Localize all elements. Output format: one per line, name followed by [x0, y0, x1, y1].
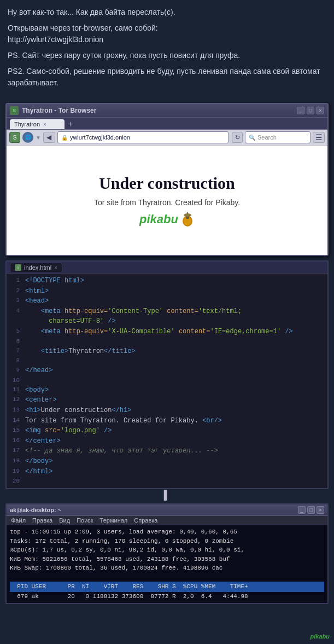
- terminal-window: ak@ak-desktop: ~ _ □ × Файл Правка Вид П…: [5, 503, 329, 604]
- code-line-16: 16</center>: [7, 436, 327, 446]
- terminal-line-top: top - 15:09:15 up 2:09, 3 users, load av…: [10, 527, 324, 537]
- code-line-8: 8: [7, 356, 327, 365]
- terminal-minimize[interactable]: _: [298, 506, 306, 514]
- top-line2-3: Открываем через tor-browser, само собой:…: [8, 22, 326, 45]
- code-line-11: 11<body>: [7, 385, 327, 396]
- globe-icon[interactable]: 🌐: [22, 132, 33, 143]
- lock-icon: 🔒: [61, 135, 68, 141]
- terminal-menu-file[interactable]: Файл: [11, 517, 26, 524]
- navbar-separator: ▼: [36, 135, 41, 141]
- security-button[interactable]: S: [9, 132, 20, 143]
- terminal-menubar: Файл Правка Вид Поиск Терминал Справка: [7, 516, 327, 525]
- tor-tab-thyratron[interactable]: Thyratron ×: [10, 119, 65, 129]
- tor-titlebar: S Thyratron - Tor Browser _ □ ×: [7, 104, 327, 118]
- tor-browser-window: S Thyratron - Tor Browser _ □ × Thyratro…: [5, 103, 329, 256]
- code-line-18: 18</body>: [7, 456, 327, 467]
- code-tab-index-html[interactable]: i index.html ×: [10, 263, 62, 272]
- code-line-20: 20: [7, 477, 327, 486]
- pikabu-corner-logo: pikabu: [310, 633, 330, 640]
- tor-app-icon: S: [10, 106, 19, 115]
- terminal-close[interactable]: ×: [317, 506, 324, 514]
- terminal-controls: _ □ ×: [298, 506, 324, 514]
- terminal-body: top - 15:09:15 up 2:09, 3 users, load av…: [7, 525, 327, 603]
- tor-tabbar: Thyratron × +: [7, 118, 327, 130]
- code-editor-tabbar: i index.html ×: [7, 262, 327, 274]
- site-title: Under construction: [99, 174, 235, 193]
- minimize-button[interactable]: _: [297, 107, 304, 114]
- top-line5: PS2. Само-собой, решение приводить не бу…: [8, 66, 326, 89]
- terminal-line-blank: [10, 573, 324, 582]
- maximize-button[interactable]: □: [307, 107, 314, 114]
- terminal-line-mem: КиБ Mem: 5821656 total, 5578468 used, 24…: [10, 555, 324, 564]
- code-line-12: 12<center>: [7, 395, 327, 405]
- terminal-menu-search[interactable]: Поиск: [77, 517, 93, 524]
- terminal-titlebar: ak@ak-desktop: ~ _ □ ×: [7, 504, 327, 516]
- cursor-indicator: ▌: [5, 490, 329, 500]
- code-tab-label: index.html: [24, 264, 51, 271]
- code-line-14: 14Tor site from Thyratron. Created for P…: [7, 416, 327, 426]
- tor-navbar: S 🌐 ▼ ◀ 🔒 ywlurt7ctwgjkl3d.onion ↻ 🔍 Sea…: [7, 130, 327, 146]
- url-bar[interactable]: 🔒 ywlurt7ctwgjkl3d.onion: [57, 131, 228, 143]
- code-line-7: 7 <title>Thyratron</title>: [7, 346, 327, 357]
- terminal-line-header: PID USER PR NI VIRT RES SHR S %CPU %MEM …: [10, 582, 324, 592]
- code-line-9: 9</head>: [7, 365, 327, 376]
- code-line-4: 4 <meta http-equiv='Content-Type' conten…: [7, 306, 327, 317]
- menu-button[interactable]: ☰: [313, 132, 325, 143]
- new-tab-button[interactable]: +: [68, 119, 73, 129]
- search-bar[interactable]: 🔍 Search: [245, 131, 310, 143]
- terminal-menu-view[interactable]: Вид: [59, 517, 70, 524]
- close-button[interactable]: ×: [317, 107, 324, 114]
- terminal-line-cpu: %Cpu(s): 1,7 us, 0,2 sy, 0,0 ni, 98,2 id…: [10, 546, 324, 555]
- terminal-menu-terminal[interactable]: Терминал: [100, 517, 128, 524]
- code-line-3: 3<head>: [7, 296, 327, 306]
- code-line-4b: charset=UTF-8' />: [7, 316, 327, 327]
- code-line-1: 1<!DOCTYPE html>: [7, 276, 327, 286]
- tor-browser-content: Under construction Tor site from Thyratr…: [7, 146, 327, 255]
- code-line-5: 5 <meta http-equiv='X-UA-Compatible' con…: [7, 327, 327, 337]
- code-line-19: 19</html>: [7, 467, 327, 477]
- site-subtitle: Tor site from Thyratron. Created for Pik…: [94, 198, 240, 207]
- terminal-maximize[interactable]: □: [307, 506, 315, 514]
- tor-titlebar-left: S Thyratron - Tor Browser: [10, 106, 96, 115]
- code-line-15: 15<img src='logo.png' />: [7, 426, 327, 436]
- tab-close-icon[interactable]: ×: [43, 121, 46, 127]
- code-line-6: 6: [7, 337, 327, 346]
- top-line1: Ну вот как-то так... Как два байта перес…: [8, 7, 326, 18]
- tor-window-controls: _ □ ×: [297, 107, 324, 114]
- code-editor: i index.html × 1<!DOCTYPE html> 2<html> …: [5, 260, 329, 489]
- code-line-2: 2<html>: [7, 286, 327, 297]
- back-button[interactable]: ◀: [43, 132, 55, 143]
- tab-label: Thyratron: [14, 121, 40, 127]
- terminal-line-process1: 679 ak 20 0 1188132 373600 87772 R 2,0 6…: [10, 592, 324, 601]
- url-text: ywlurt7ctwgjkl3d.onion: [70, 134, 130, 141]
- search-icon: 🔍: [249, 135, 255, 141]
- terminal-line-swap: КиБ Swap: 1700860 total, 36 used, 170082…: [10, 564, 324, 573]
- code-line-13: 13<h1>Under construction</h1>: [7, 405, 327, 416]
- code-line-17: 17<!-- да знаю я, знаю, что этот тэг уст…: [7, 446, 327, 456]
- top-line2: Открываем через tor-browser, само собой:: [8, 24, 158, 32]
- pikabu-acorn-icon: [180, 212, 195, 227]
- tor-window-title: Thyratron - Tor Browser: [22, 107, 96, 114]
- code-tab-close-icon[interactable]: ×: [54, 265, 57, 271]
- top-line4: PS. Сайт через пару суток грохну, пока п…: [8, 50, 326, 61]
- top-line3: http://ywlurt7ctwgjkl3d.onion: [8, 35, 103, 44]
- terminal-menu-edit[interactable]: Правка: [32, 517, 52, 524]
- terminal-line-tasks: Tasks: 172 total, 2 running, 170 sleepin…: [10, 537, 324, 546]
- search-placeholder: Search: [257, 134, 277, 141]
- file-icon: i: [15, 264, 21, 271]
- pikabu-logo: pikabu: [139, 212, 195, 227]
- code-line-10: 10: [7, 376, 327, 385]
- top-text-block: Ну вот как-то так... Как два байта перес…: [0, 0, 334, 98]
- code-body: 1<!DOCTYPE html> 2<html> 3<head> 4 <meta…: [7, 274, 327, 488]
- terminal-menu-help[interactable]: Справка: [134, 517, 157, 524]
- pikabu-text: pikabu: [139, 212, 178, 227]
- terminal-title: ak@ak-desktop: ~: [10, 507, 61, 513]
- refresh-button[interactable]: ↻: [232, 132, 243, 143]
